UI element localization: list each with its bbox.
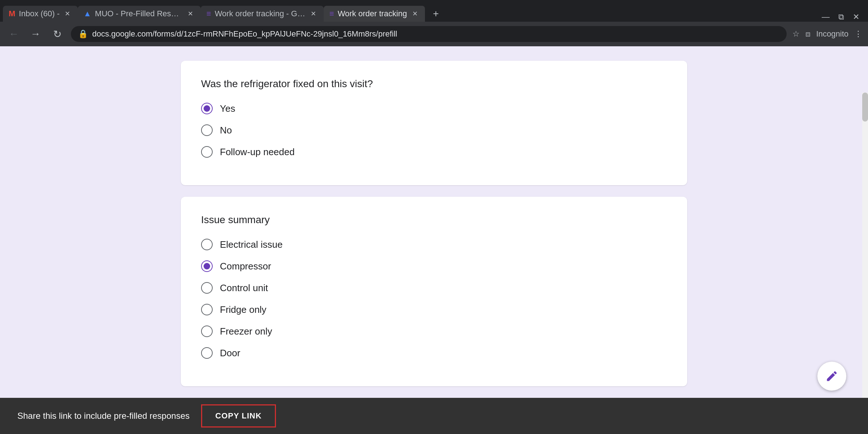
radio-followup[interactable] [201,146,213,158]
radio-yes-inner [204,105,210,112]
bookmark-icon[interactable]: ☆ [792,29,800,39]
page-content: Was the refrigerator fixed on this visit… [0,46,868,434]
question1-title: Was the refrigerator fixed on this visit… [201,78,667,90]
option-yes[interactable]: Yes [201,103,667,114]
tab-gmail[interactable]: M Inbox (60) - ✕ [3,6,78,22]
option-freezer[interactable]: Freezer only [201,326,667,337]
radio-fridge[interactable] [201,304,213,315]
tab-muo-title: MUO - Pre-Filled Responses Goo... [95,9,183,18]
address-bar[interactable]: 🔒 docs.google.com/forms/d/1zcF-rmRNFhEpo… [71,26,787,42]
tab-gmail-close[interactable]: ✕ [63,9,72,18]
option-no-label: No [220,125,232,136]
option-control-label: Control unit [220,282,268,294]
radio-compressor[interactable] [201,260,213,272]
tab-forms2-title: Work order tracking [338,9,407,18]
browser-chrome: M Inbox (60) - ✕ ▲ MUO - Pre-Filled Resp… [0,0,868,46]
address-text: docs.google.com/forms/d/1zcF-rmRNFhEpoEo… [92,29,779,39]
share-text: Share this link to include pre-filled re… [17,411,190,421]
tab-forms1[interactable]: ≡ Work order tracking - Google Fo... ✕ [201,6,324,22]
refresh-button[interactable]: ↻ [49,26,65,42]
copy-link-button[interactable]: COPY LINK [201,404,276,427]
forward-button[interactable]: → [27,26,43,42]
gmail-favicon: M [9,9,15,18]
radio-electrical[interactable] [201,239,213,250]
radio-control[interactable] [201,282,213,294]
tab-gmail-title: Inbox (60) - [19,9,60,18]
question2-card: Issue summary Electrical issue Compresso… [181,197,687,386]
radio-freezer[interactable] [201,326,213,337]
tab-muo[interactable]: ▲ MUO - Pre-Filled Responses Goo... ✕ [78,6,201,22]
option-freezer-label: Freezer only [220,326,272,337]
option-compressor-label: Compressor [220,261,271,272]
option-electrical-label: Electrical issue [220,239,282,250]
tab-forms2[interactable]: ≡ Work order tracking ✕ [324,6,425,22]
menu-icon[interactable]: ⋮ [854,29,862,39]
question1-card: Was the refrigerator fixed on this visit… [181,61,687,185]
floating-edit-button[interactable] [817,362,846,391]
option-fridge-label: Fridge only [220,304,267,315]
option-door[interactable]: Door [201,347,667,359]
option-compressor[interactable]: Compressor [201,260,667,272]
incognito-label: Incognito [816,29,848,39]
address-bar-actions: ☆ ⧈ Incognito ⋮ [792,29,862,39]
scrollbar-thumb[interactable] [862,93,868,122]
window-controls: — ⧉ ✕ [822,12,865,22]
back-button[interactable]: ← [6,26,22,42]
option-fridge[interactable]: Fridge only [201,304,667,315]
new-tab-button[interactable]: + [428,6,444,22]
option-no[interactable]: No [201,124,667,136]
address-bar-row: ← → ↻ 🔒 docs.google.com/forms/d/1zcF-rmR… [0,22,868,46]
option-yes-label: Yes [220,103,235,114]
tab-muo-close[interactable]: ✕ [186,9,195,18]
tab-forms2-close[interactable]: ✕ [410,9,419,18]
window-restore-icon[interactable]: ⧉ [838,12,844,22]
radio-no[interactable] [201,124,213,136]
window-close-icon[interactable]: ✕ [853,12,859,22]
gforms1-favicon: ≡ [207,9,211,18]
form-container: Was the refrigerator fixed on this visit… [181,61,687,391]
edit-icon [825,370,838,383]
tab-forms1-title: Work order tracking - Google Fo... [215,9,306,18]
tab-forms1-close[interactable]: ✕ [309,9,318,18]
bottom-bar: Share this link to include pre-filled re… [0,398,868,434]
gforms2-favicon: ≡ [329,9,334,18]
tab-bar: M Inbox (60) - ✕ ▲ MUO - Pre-Filled Resp… [0,0,868,22]
radio-yes[interactable] [201,103,213,114]
radio-compressor-inner [204,263,210,269]
lock-icon: 🔒 [78,29,88,39]
scrollbar[interactable] [862,93,868,434]
option-door-label: Door [220,348,240,359]
question2-title: Issue summary [201,214,667,226]
option-followup-label: Follow-up needed [220,146,295,158]
window-minimize-icon[interactable]: — [822,12,830,22]
split-view-icon[interactable]: ⧈ [805,29,810,39]
option-followup[interactable]: Follow-up needed [201,146,667,158]
option-electrical[interactable]: Electrical issue [201,239,667,250]
radio-door[interactable] [201,347,213,359]
option-control[interactable]: Control unit [201,282,667,294]
gdrive-favicon: ▲ [84,9,92,18]
